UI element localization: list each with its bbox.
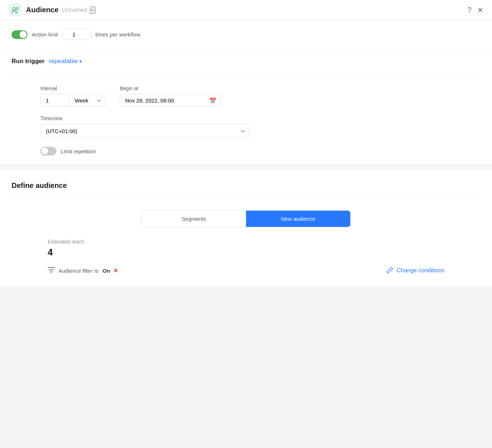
run-trigger-value-button[interactable]: repeatable ▾ <box>49 58 82 65</box>
filter-text: Audience filter is: On ✕ <box>58 267 118 274</box>
section-gap <box>0 164 492 170</box>
interval-field-group: Interval Week Day Month <box>40 85 105 107</box>
change-conditions-label: Change conditions <box>396 267 444 274</box>
filter-left: Audience filter is: On ✕ <box>48 267 118 274</box>
begin-at-input[interactable] <box>120 94 221 107</box>
svg-point-1 <box>16 8 18 10</box>
begin-at-label: Begin at <box>120 85 221 91</box>
audience-tabs: Segments New audience <box>141 210 351 227</box>
timezone-label: Timezone <box>40 115 480 121</box>
chevron-down-icon: ▾ <box>79 58 82 64</box>
action-limit-label: Action limit <box>32 31 58 38</box>
interval-unit-select[interactable]: Week Day Month <box>69 94 105 107</box>
audience-icon <box>9 4 22 17</box>
pencil-icon <box>387 267 394 274</box>
trigger-fields: Interval Week Day Month Begin at 📅 <box>12 85 480 107</box>
svg-point-0 <box>13 8 16 10</box>
interval-inputs: Week Day Month <box>40 94 105 107</box>
timezone-section: Timezone (UTC+01:00) (UTC+00:00) (UTC-05… <box>12 115 480 138</box>
calendar-icon: 📅 <box>209 97 216 104</box>
limit-repetition-label: Limit repetition <box>61 148 96 154</box>
action-limit-suffix: times per workflow <box>96 31 140 38</box>
audience-divider <box>12 198 480 199</box>
action-limit-toggle[interactable] <box>12 30 27 39</box>
run-trigger-label: Run trigger <box>12 58 45 65</box>
filter-on-status: On <box>103 268 110 274</box>
begin-at-wrapper: 📅 <box>120 94 221 107</box>
estimated-reach-label: Estimated reach <box>48 239 444 245</box>
run-trigger-header: Run trigger repeatable ▾ <box>12 58 480 65</box>
tab-new-audience[interactable]: New audience <box>246 211 350 227</box>
timezone-field-group: Timezone (UTC+01:00) (UTC+00:00) (UTC-05… <box>40 115 480 138</box>
help-button[interactable]: ? <box>467 6 471 14</box>
timezone-select[interactable]: (UTC+01:00) (UTC+00:00) (UTC-05:00) <box>40 124 250 138</box>
estimated-reach: Estimated reach 4 <box>12 239 480 258</box>
filter-icon <box>48 267 55 274</box>
interval-label: Interval <box>40 85 105 91</box>
edit-title-button[interactable]: ✏ <box>90 6 96 14</box>
close-button[interactable]: ✕ <box>477 6 483 14</box>
begin-at-field-group: Begin at 📅 <box>120 85 221 107</box>
change-conditions-button[interactable]: Change conditions <box>387 267 444 274</box>
limit-repetition-toggle[interactable] <box>40 147 56 155</box>
filter-remove-button[interactable]: ✕ <box>113 268 118 274</box>
define-audience-section: Define audience Segments New audience Es… <box>0 170 492 286</box>
page-subtitle: Unnamed <box>62 7 87 13</box>
page-title: Audience <box>26 6 58 14</box>
estimated-reach-value: 4 <box>48 247 444 258</box>
app-header: Audience Unnamed ✏ ? ✕ <box>0 0 492 20</box>
run-trigger-section: Run trigger repeatable ▾ Interval Week D… <box>0 49 492 164</box>
define-audience-title: Define audience <box>12 181 480 190</box>
audience-filter-row: Audience filter is: On ✕ Change conditio… <box>12 267 480 274</box>
header-actions: ? ✕ <box>467 6 483 14</box>
main-content: Action limit times per workflow Run trig… <box>0 20 492 286</box>
action-limit-input[interactable] <box>62 29 91 40</box>
trigger-divider <box>12 74 480 74</box>
limit-repetition: Limit repetition <box>12 147 480 155</box>
interval-number-input[interactable] <box>40 94 69 107</box>
tab-segments[interactable]: Segments <box>142 211 246 227</box>
action-limit-section: Action limit times per workflow <box>0 20 492 49</box>
